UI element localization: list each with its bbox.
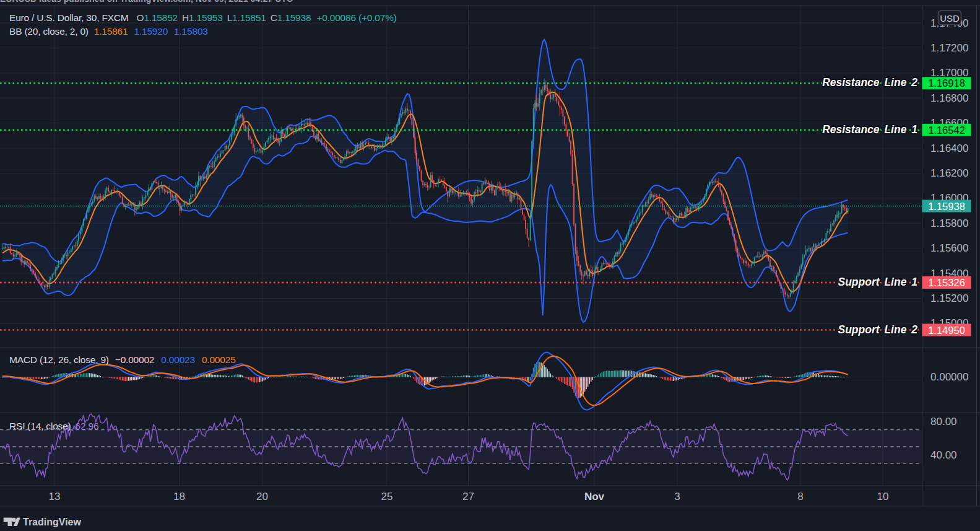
svg-text:1.17200: 1.17200	[930, 42, 968, 54]
svg-text:25: 25	[381, 491, 393, 502]
svg-text:20: 20	[256, 491, 268, 502]
svg-text:1.16542: 1.16542	[928, 125, 965, 136]
svg-text:1.16200: 1.16200	[930, 167, 968, 179]
svg-text:8: 8	[797, 491, 803, 502]
svg-text:18: 18	[173, 491, 185, 502]
svg-text:13: 13	[49, 491, 61, 502]
svg-text:1.15326: 1.15326	[928, 277, 965, 288]
svg-text:10: 10	[877, 491, 889, 502]
svg-text:TradingView: TradingView	[23, 517, 82, 527]
svg-text:USD: USD	[940, 13, 960, 24]
svg-text:1.15600: 1.15600	[930, 242, 968, 254]
svg-text:1.15200: 1.15200	[930, 292, 968, 304]
svg-text:1.16400: 1.16400	[930, 143, 968, 154]
svg-text:Support Line 2: Support Line 2	[838, 323, 918, 336]
svg-text:0.00000: 0.00000	[930, 371, 968, 383]
svg-text:1.16918: 1.16918	[928, 77, 965, 89]
svg-text:Resistance Line 1: Resistance Line 1	[822, 123, 917, 136]
svg-text:1.15938: 1.15938	[928, 201, 965, 212]
svg-text:40.00: 40.00	[930, 449, 957, 461]
svg-text:27: 27	[462, 491, 474, 502]
svg-text:1.14950: 1.14950	[928, 325, 965, 336]
svg-text:1.15800: 1.15800	[930, 217, 968, 229]
svg-text:1.16800: 1.16800	[930, 92, 968, 104]
svg-text:80.00: 80.00	[930, 416, 957, 428]
svg-text:Support Line 1: Support Line 1	[838, 276, 918, 288]
svg-text:3: 3	[674, 491, 680, 502]
svg-text:Nov: Nov	[584, 491, 605, 502]
svg-text:Resistance Line 2: Resistance Line 2	[822, 76, 917, 89]
